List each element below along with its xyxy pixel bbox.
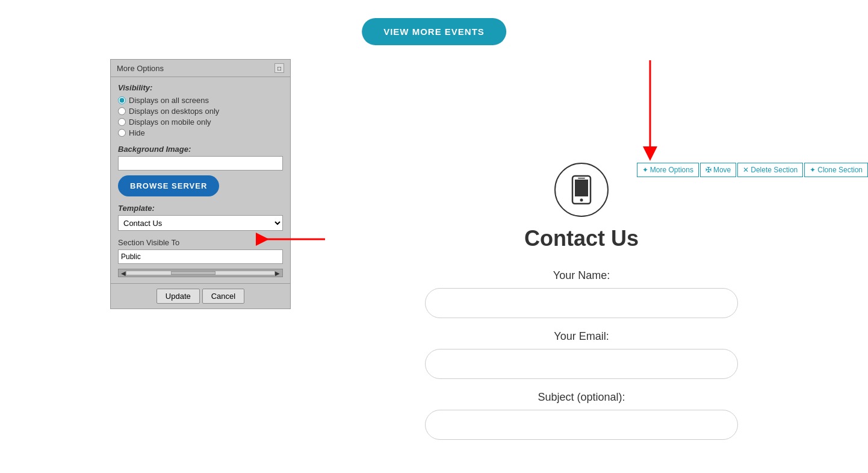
update-button[interactable]: Update [157,289,200,304]
radio-hide-label: Hide [129,128,145,137]
visibility-label: Visibility: [118,83,283,92]
radio-desktops-only[interactable]: Displays on desktops only [118,107,283,116]
template-label: Template: [118,204,283,213]
section-visible-to-input[interactable] [118,249,283,264]
your-email-label: Your Email: [554,330,609,343]
view-more-events-button[interactable]: VIEW MORE EVENTS [362,18,506,45]
your-email-input-visual [425,349,738,379]
arrow-right-indicator [256,227,328,251]
background-image-input[interactable] [118,156,283,171]
scroll-right-arrow[interactable]: ▶ [275,270,280,277]
scrollbar-thumb[interactable] [171,271,215,275]
svg-point-2 [580,199,583,202]
background-image-label: Background Image: [118,145,283,154]
contact-us-title: Contact Us [524,226,639,251]
scrollbar-track[interactable] [126,271,275,275]
radio-mobile-only[interactable]: Displays on mobile only [118,117,283,127]
subject-input-visual [425,410,738,440]
radio-mobile-label: Displays on mobile only [129,117,211,127]
radio-desktops-label: Displays on desktops only [129,107,219,116]
panel-header: More Options □ [111,60,290,77]
scroll-left-arrow[interactable]: ◀ [121,270,126,277]
visibility-radio-group: Displays on all screens Displays on desk… [118,96,283,137]
subject-label: Subject (optional): [538,391,625,404]
radio-all-screens[interactable]: Displays on all screens [118,96,283,105]
scrollbar[interactable]: ◀ ▶ [118,269,283,277]
panel-footer: Update Cancel [111,283,290,309]
mobile-icon [569,175,594,205]
your-name-input-visual [425,288,738,318]
radio-hide[interactable]: Hide [118,128,283,137]
svg-rect-3 [578,178,585,179]
arrow-down-indicator [626,57,674,163]
svg-rect-1 [575,180,588,196]
panel-body: Visibility: Displays on all screens Disp… [111,77,290,283]
contact-us-section: Contact Us Your Name: Your Email: Subjec… [295,163,868,452]
panel-title: More Options [117,64,164,73]
radio-all-screens-label: Displays on all screens [129,96,209,105]
panel-close-button[interactable]: □ [274,63,284,73]
your-name-label: Your Name: [553,269,610,282]
browse-server-button[interactable]: BROWSE SERVER [118,175,219,196]
more-options-panel: More Options □ Visibility: Displays on a… [110,59,291,309]
contact-icon-circle [554,163,609,217]
cancel-button[interactable]: Cancel [202,289,244,304]
